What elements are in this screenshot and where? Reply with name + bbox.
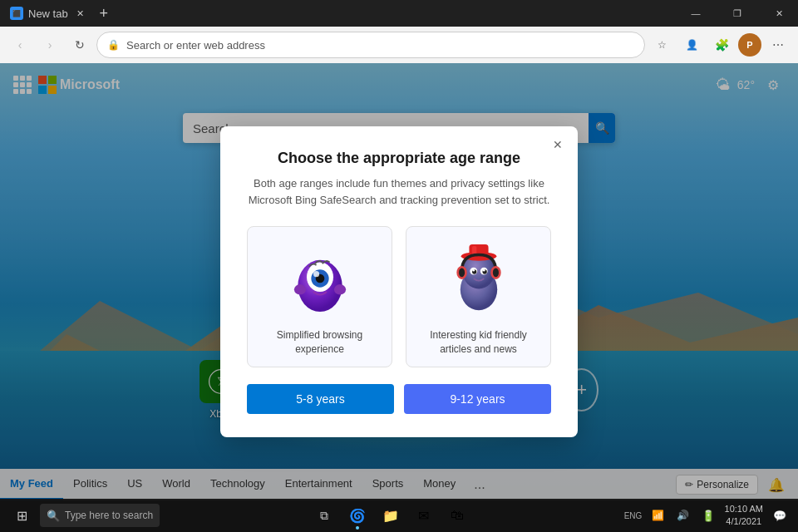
taskbar-explorer[interactable]: 📁 (376, 499, 406, 532)
task-view-icon: ⧉ (320, 509, 328, 523)
taskbar-task-view[interactable]: ⧉ (309, 499, 339, 532)
svg-point-12 (333, 284, 345, 294)
mail-icon: ✉ (418, 508, 429, 524)
taskbar-search-icon: 🔍 (47, 510, 60, 522)
address-text: Search or enter web address (126, 39, 634, 52)
back-button[interactable]: ‹ (7, 32, 33, 58)
age-range-modal: ✕ Choose the appropriate age range Both … (220, 126, 578, 437)
character-2-image (441, 237, 516, 320)
taskbar-center: ⧉ 🌀 📁 ✉ 🛍 (166, 499, 614, 532)
forward-button[interactable]: › (37, 32, 63, 58)
edge-indicator (356, 526, 359, 530)
option-1-label: Simplified browsing experience (258, 328, 382, 357)
taskbar-store[interactable]: 🛍 (442, 499, 472, 532)
nav-right-controls: ☆ 👤 🧩 P ⋯ (648, 32, 791, 58)
taskbar: ⊞ 🔍 Type here to search ⧉ 🌀 📁 ✉ 🛍 ENG 📶 … (0, 499, 798, 532)
network-icon[interactable]: 📶 (647, 499, 670, 532)
lock-icon: 🔒 (107, 39, 120, 51)
age-option-912: Interesting kid friendly articles and ne… (406, 226, 551, 367)
taskbar-clock[interactable]: 10:10 AM 4/1/2021 (722, 499, 766, 532)
volume-icon[interactable]: 🔊 (672, 499, 695, 532)
date-display: 4/1/2021 (726, 515, 761, 528)
menu-button[interactable]: ⋯ (765, 32, 791, 58)
edge-icon: 🌀 (349, 508, 366, 524)
address-bar[interactable]: 🔒 Search or enter web address (96, 32, 645, 58)
taskbar-mail[interactable]: ✉ (409, 499, 439, 532)
svg-point-26 (459, 268, 465, 278)
modal-buttons: 5-8 years 9-12 years (247, 384, 551, 414)
taskbar-search-placeholder: Type here to search (65, 510, 153, 521)
minimize-button[interactable]: — (677, 0, 715, 27)
window-controls: — ❐ ✕ (677, 0, 798, 27)
close-button[interactable]: ✕ (760, 0, 798, 27)
explorer-icon: 📁 (382, 508, 399, 524)
profile-button[interactable]: P (738, 33, 761, 57)
option-2-label: Interesting kid friendly articles and ne… (416, 328, 540, 357)
modal-close-button[interactable]: ✕ (548, 135, 568, 155)
store-icon: 🛍 (451, 508, 464, 523)
battery-icon[interactable]: 🔋 (697, 499, 720, 532)
collections-button[interactable]: 👤 (678, 32, 705, 58)
navigation-bar: ‹ › ↻ 🔒 Search or enter web address ☆ 👤 … (0, 27, 798, 63)
modal-title: Choose the appropriate age range (247, 150, 551, 167)
tab-close-button[interactable]: ✕ (73, 6, 88, 21)
language-button[interactable]: ENG (622, 499, 645, 532)
taskbar-edge[interactable]: 🌀 (342, 499, 372, 532)
tab-title: New tab (28, 7, 68, 20)
svg-point-22 (472, 269, 475, 272)
title-bar: ⬛ New tab ✕ + — ❐ ✕ (0, 0, 798, 27)
browser-chrome: ⬛ New tab ✕ + — ❐ ✕ ‹ › ↻ 🔒 Search or en… (0, 0, 798, 63)
time-display: 10:10 AM (725, 503, 763, 515)
maximize-button[interactable]: ❐ (718, 0, 756, 27)
page-content: Microsoft 🌤 62° ⚙ Search 🔍 𝕏 Xbox in Lin… (0, 63, 798, 500)
favorites-button[interactable]: ☆ (648, 32, 675, 58)
svg-point-23 (482, 269, 485, 272)
taskbar-right: ENG 📶 🔊 🔋 10:10 AM 4/1/2021 💬 (615, 499, 798, 532)
new-tab-button[interactable]: + (93, 2, 115, 24)
modal-overlay: ✕ Choose the appropriate age range Both … (0, 63, 798, 500)
taskbar-left: ⊞ 🔍 Type here to search (0, 499, 166, 532)
svg-point-10 (313, 271, 319, 277)
modal-options: Simplified browsing experience (247, 226, 551, 367)
start-button[interactable]: ⊞ (7, 499, 37, 532)
svg-point-11 (293, 284, 305, 294)
taskbar-search[interactable]: 🔍 Type here to search (40, 504, 160, 527)
svg-point-27 (492, 268, 498, 278)
notification-center-icon[interactable]: 💬 (768, 499, 791, 532)
btn-9-12-years[interactable]: 9-12 years (404, 384, 551, 414)
age-option-58: Simplified browsing experience (247, 226, 392, 367)
modal-description: Both age ranges include fun themes and p… (247, 175, 551, 208)
refresh-button[interactable]: ↻ (66, 32, 93, 58)
extensions-button[interactable]: 🧩 (708, 32, 735, 58)
btn-5-8-years[interactable]: 5-8 years (247, 384, 394, 414)
tab-favicon: ⬛ (10, 7, 23, 20)
character-1-image (283, 237, 357, 320)
